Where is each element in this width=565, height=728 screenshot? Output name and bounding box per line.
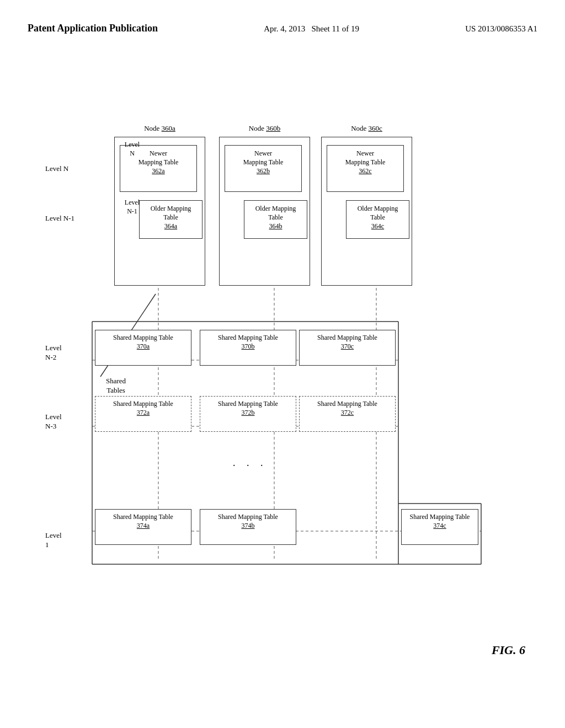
shared-mapping-372a-label: Shared Mapping Table372a <box>95 400 191 417</box>
older-mapping-364c-label: Older MappingTable364c <box>346 205 409 231</box>
node-360a-title: Node 360a <box>114 124 205 133</box>
shared-mapping-370a-label: Shared Mapping Table370a <box>95 334 191 351</box>
page-header: Patent Application Publication Apr. 4, 2… <box>28 22 537 35</box>
publication-date: Apr. 4, 2013 <box>264 24 305 33</box>
level-n1-label: Level N-1 <box>45 214 74 223</box>
shared-mapping-372b-label: Shared Mapping Table372b <box>200 400 296 417</box>
sheet-info: Sheet 11 of 19 <box>311 24 359 33</box>
shared-mapping-374a-label: Shared Mapping Table374a <box>95 513 191 530</box>
node-360b-title: Node 360b <box>219 124 310 133</box>
newer-mapping-362c-label: NewerMapping Table362c <box>327 149 404 175</box>
diagram: Level N Level N-1 LevelN-2 LevelN-3 Leve… <box>29 51 536 686</box>
level-1-label: Level1 <box>45 531 62 550</box>
dots-label: · · · <box>233 459 268 472</box>
shared-mapping-374b-label: Shared Mapping Table374b <box>200 513 296 530</box>
older-mapping-364b-label: Older MappingTable364b <box>244 205 307 231</box>
node-360c-title: Node 360c <box>321 124 412 133</box>
level-n-label: Level N <box>45 164 68 174</box>
publication-number: US 2013/0086353 A1 <box>465 22 537 34</box>
level-n3-label: LevelN-3 <box>45 413 62 431</box>
newer-mapping-362b-label: NewerMapping Table362b <box>225 149 302 175</box>
shared-mapping-372c-label: Shared Mapping Table372c <box>299 400 396 417</box>
level-n-inner-label: LevelN <box>117 141 147 158</box>
shared-mapping-370c-label: Shared Mapping Table370c <box>299 334 396 351</box>
level-n2-label: LevelN-2 <box>45 344 62 362</box>
page: Patent Application Publication Apr. 4, 2… <box>0 0 565 728</box>
shared-mapping-370b-label: Shared Mapping Table370b <box>200 334 296 351</box>
figure-label: FIG. 6 <box>492 643 525 659</box>
older-mapping-364a-label: Older MappingTable364a <box>139 205 202 231</box>
publication-date-sheet: Apr. 4, 2013 Sheet 11 of 19 <box>264 22 359 34</box>
shared-mapping-374c-label: Shared Mapping Table374c <box>401 513 478 530</box>
publication-title: Patent Application Publication <box>28 22 158 35</box>
